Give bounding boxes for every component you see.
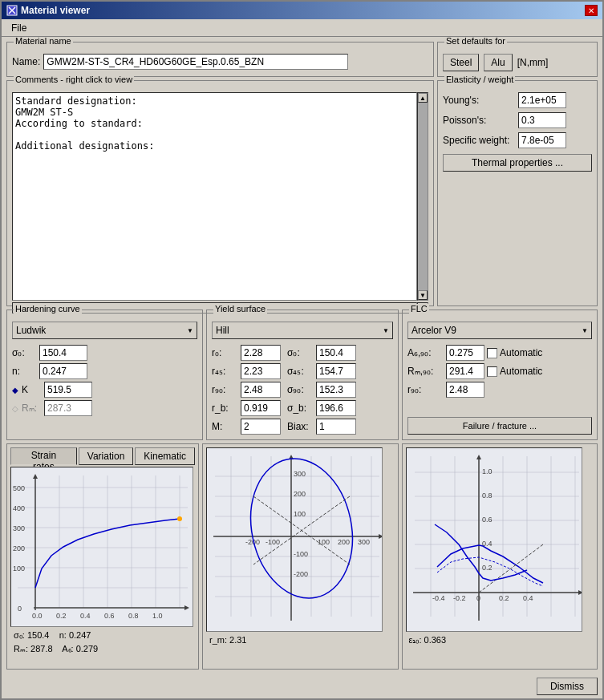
hc-rm-val: 287.8 xyxy=(30,644,53,653)
k-label: K xyxy=(22,384,41,395)
failure-fracture-button[interactable]: Failure / fracture ... xyxy=(407,417,592,435)
elasticity-label: Elasticity / weight xyxy=(444,75,515,84)
specific-weight-label: Specific weight: xyxy=(443,135,515,146)
sigmab-label: σ_b: xyxy=(287,403,313,414)
yield-chart-stats: r_m: 2.31 xyxy=(206,632,395,649)
hardening-chart: 500 400 300 200 100 0 0.0 0.2 0.4 0.6 0.… xyxy=(10,467,193,627)
ys-sigma0-input[interactable] xyxy=(316,345,356,361)
menu-bar: File xyxy=(2,19,602,37)
svg-text:0.6: 0.6 xyxy=(482,516,493,524)
svg-text:0.6: 0.6 xyxy=(104,612,115,620)
thermal-properties-button[interactable]: Thermal properties ... xyxy=(443,154,592,172)
sigma0-label: σ₀: xyxy=(12,347,36,358)
scroll-down-btn[interactable]: ▼ xyxy=(418,290,428,300)
sigma0-input[interactable] xyxy=(39,345,87,361)
comments-textarea[interactable] xyxy=(12,92,417,301)
M-label: M: xyxy=(212,421,237,432)
hc-a6-val: 0.279 xyxy=(76,644,99,653)
app-icon xyxy=(6,5,18,16)
sigma45-label: σ₄₅: xyxy=(287,366,313,377)
biax-input[interactable] xyxy=(316,419,356,435)
sigma90-input[interactable] xyxy=(316,382,356,398)
poissons-input[interactable] xyxy=(518,112,566,128)
hardening-chart-stats: σ₀: 150.4 n: 0.247 Rₘ: 287.8 A₆: 0.279 xyxy=(10,627,195,657)
flc-r90-label: r₉₀: xyxy=(407,384,444,395)
dismiss-row: Dismiss xyxy=(2,674,602,698)
sigma45-input[interactable] xyxy=(316,363,356,379)
hc-sigma0-val: 150.4 xyxy=(27,630,50,640)
set-defaults-group: Set defaults for Steel Alu [N,mm] xyxy=(437,42,598,77)
name-field-label: Name: xyxy=(12,56,40,67)
svg-text:0.8: 0.8 xyxy=(482,492,493,500)
rm90-input[interactable] xyxy=(446,363,484,379)
svg-text:-100: -100 xyxy=(266,538,280,546)
svg-text:1.0: 1.0 xyxy=(482,467,493,475)
hardening-method-label: Ludwik xyxy=(16,325,46,336)
n-label: n: xyxy=(12,366,36,377)
params-row: Hardening curve Ludwik ▼ σ₀: n: ◆ K xyxy=(6,310,598,440)
dismiss-button[interactable]: Dismiss xyxy=(537,678,598,695)
rb-input[interactable] xyxy=(241,400,281,416)
poissons-label: Poisson's: xyxy=(443,115,515,126)
ys-sigma0-label: σ₀: xyxy=(287,347,313,358)
yield-chart: 300 200 100 -100 -200 300 200 100 -100 -… xyxy=(206,447,383,632)
strain-rates-tab[interactable]: Strain rates xyxy=(10,447,77,465)
ys-rm-val: 2.31 xyxy=(229,635,246,645)
flc-label: FLC xyxy=(409,304,429,314)
hardening-method-dropdown[interactable]: Ludwik ▼ xyxy=(12,322,197,339)
rb-label: r_b: xyxy=(212,403,237,414)
scroll-up-btn[interactable]: ▲ xyxy=(418,93,428,103)
set-defaults-label: Set defaults for xyxy=(444,37,507,46)
yield-group: Yield surface Hill ▼ r₀: r₄₅: xyxy=(206,310,399,440)
svg-point-33 xyxy=(177,516,182,521)
svg-text:-0.2: -0.2 xyxy=(453,594,466,602)
a690-auto-checkbox[interactable] xyxy=(487,348,497,358)
steel-button[interactable]: Steel xyxy=(443,54,479,71)
main-window: Material viewer ✕ File Material name Nam… xyxy=(0,0,604,700)
name-input[interactable] xyxy=(43,54,348,70)
middle-row: Comments - right click to view ▲ ▼ Elast… xyxy=(6,80,598,306)
flc-method-dropdown[interactable]: Arcelor V9 ▼ xyxy=(407,322,592,339)
rm-diamond-icon: ◇ xyxy=(12,404,18,413)
specific-weight-input[interactable] xyxy=(518,132,566,148)
r0-input[interactable] xyxy=(241,345,281,361)
ys-rm-label: r_m: xyxy=(209,635,227,645)
flc-dropdown-arrow: ▼ xyxy=(582,327,588,334)
kinematic-tab[interactable]: Kinematic xyxy=(135,447,195,465)
hc-n-label: n: xyxy=(59,630,67,640)
svg-text:0.4: 0.4 xyxy=(523,594,533,602)
alu-button[interactable]: Alu xyxy=(484,54,512,71)
rm90-auto-label: Automatic xyxy=(500,366,542,377)
variation-tab[interactable]: Variation xyxy=(79,447,133,465)
youngs-input[interactable] xyxy=(518,92,566,108)
flc-r90-input[interactable] xyxy=(446,382,484,398)
svg-text:500: 500 xyxy=(13,484,25,492)
svg-text:100: 100 xyxy=(294,510,306,518)
rm90-label: Rₘ,₉₀: xyxy=(407,366,444,377)
sigmab-input[interactable] xyxy=(316,400,356,416)
r90-input[interactable] xyxy=(241,382,281,398)
close-button[interactable]: ✕ xyxy=(585,5,598,16)
svg-text:-200: -200 xyxy=(294,570,308,578)
svg-text:0.4: 0.4 xyxy=(80,612,91,620)
svg-text:0: 0 xyxy=(18,605,22,613)
comments-scrollbar[interactable]: ▲ ▼ xyxy=(417,92,428,301)
r45-label: r₄₅: xyxy=(212,366,237,377)
flc-e10-label: ε₁₀: xyxy=(409,635,422,645)
svg-rect-3 xyxy=(11,467,193,627)
svg-rect-67 xyxy=(407,448,582,632)
hc-sigma0-label: σ₀: xyxy=(14,630,25,640)
hardening-label: Hardening curve xyxy=(14,304,82,314)
k-input[interactable] xyxy=(44,382,92,398)
file-menu[interactable]: File xyxy=(5,21,33,35)
r45-input[interactable] xyxy=(241,363,281,379)
material-name-label: Material name xyxy=(14,37,73,46)
yield-method-dropdown[interactable]: Hill ▼ xyxy=(212,322,393,339)
n-input[interactable] xyxy=(39,363,87,379)
yield-label: Yield surface xyxy=(213,304,267,314)
a690-input[interactable] xyxy=(446,345,484,361)
flc-chart: 1.0 0.8 0.6 0.4 0.2 -0.4 -0.2 0 0.2 0.4 xyxy=(406,447,582,632)
r0-label: r₀: xyxy=(212,347,237,358)
rm90-auto-checkbox[interactable] xyxy=(487,366,497,377)
M-input[interactable] xyxy=(241,419,281,435)
